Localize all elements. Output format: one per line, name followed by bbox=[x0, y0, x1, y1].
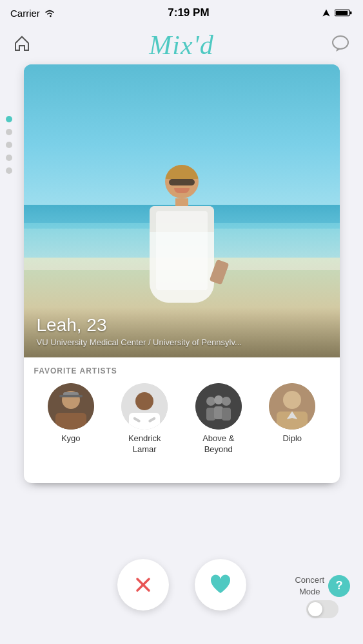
svg-point-19 bbox=[214, 395, 223, 404]
photo-info-overlay: Leah, 23 VU University Medical Center / … bbox=[24, 307, 340, 357]
person-sunglasses bbox=[169, 179, 195, 185]
artist-item-diplo[interactable]: Diplo bbox=[263, 383, 321, 444]
svg-point-21 bbox=[222, 397, 231, 406]
reject-icon bbox=[132, 574, 154, 596]
kendrick-avatar-svg bbox=[121, 383, 168, 430]
dot-4[interactable] bbox=[6, 155, 12, 161]
dress-fold bbox=[156, 211, 208, 290]
like-button[interactable] bbox=[195, 559, 246, 611]
concert-mode-header: ConcertMode ? bbox=[295, 574, 350, 598]
svg-rect-18 bbox=[206, 408, 215, 421]
diplo-avatar-svg bbox=[269, 383, 315, 430]
kygo-avatar-svg bbox=[48, 383, 94, 430]
dot-1[interactable] bbox=[6, 116, 12, 122]
artist-avatar-kygo bbox=[48, 383, 94, 430]
reject-button[interactable] bbox=[117, 559, 169, 611]
profile-card: Leah, 23 VU University Medical Center / … bbox=[24, 64, 340, 483]
status-bar-left: Carrier bbox=[10, 8, 55, 19]
person-smile bbox=[174, 188, 190, 193]
svg-rect-20 bbox=[214, 406, 223, 419]
concert-mode-label: ConcertMode bbox=[295, 574, 324, 598]
profile-subtitle: VU University Medical Center / Universit… bbox=[37, 337, 327, 347]
artist-item-above[interactable]: Above &Beyond bbox=[190, 383, 248, 455]
artist-avatar-above bbox=[195, 383, 242, 430]
person-head bbox=[165, 165, 199, 198]
svg-rect-2 bbox=[349, 12, 351, 15]
svg-rect-8 bbox=[55, 413, 86, 430]
artist-avatar-kendrick bbox=[121, 383, 168, 430]
card-stack: Leah, 23 VU University Medical Center / … bbox=[24, 64, 340, 483]
battery-icon bbox=[335, 8, 353, 17]
chat-button[interactable] bbox=[331, 33, 350, 57]
svg-point-24 bbox=[283, 391, 301, 409]
dot-3[interactable] bbox=[6, 142, 12, 148]
svg-rect-22 bbox=[222, 408, 231, 421]
svg-point-17 bbox=[206, 397, 215, 406]
heart-icon bbox=[209, 574, 232, 596]
app-title: Mix'd bbox=[149, 30, 213, 61]
person-figure bbox=[150, 165, 214, 303]
artist-item-kendrick[interactable]: KendrickLamar bbox=[115, 383, 173, 455]
status-bar-right bbox=[322, 8, 353, 17]
artist-name-kendrick: KendrickLamar bbox=[128, 433, 161, 455]
concert-mode-widget: ConcertMode ? bbox=[295, 574, 350, 618]
artist-name-kygo: Kygo bbox=[61, 433, 81, 444]
profile-photo: Leah, 23 VU University Medical Center / … bbox=[24, 64, 340, 357]
toggle-knob bbox=[308, 602, 322, 616]
svg-point-4 bbox=[333, 36, 348, 49]
dot-2[interactable] bbox=[6, 129, 12, 135]
bottom-action-area: ConcertMode ? bbox=[0, 525, 363, 644]
artist-name-above: Above &Beyond bbox=[202, 433, 234, 455]
svg-point-12 bbox=[135, 392, 153, 410]
svg-rect-10 bbox=[59, 395, 83, 397]
concert-question-button[interactable]: ? bbox=[328, 575, 350, 597]
location-icon bbox=[322, 8, 331, 17]
svg-rect-13 bbox=[129, 413, 160, 430]
status-bar-time: 7:19 PM bbox=[168, 6, 209, 19]
artist-name-diplo: Diplo bbox=[282, 433, 302, 444]
artist-avatar-diplo bbox=[269, 383, 315, 430]
svg-marker-0 bbox=[322, 9, 329, 16]
svg-rect-3 bbox=[336, 11, 348, 15]
home-button[interactable] bbox=[13, 34, 31, 57]
dot-5[interactable] bbox=[6, 167, 12, 174]
question-mark: ? bbox=[336, 579, 343, 592]
artist-item-kygo[interactable]: Kygo bbox=[42, 383, 100, 444]
profile-name: Leah, 23 bbox=[37, 315, 327, 336]
concert-mode-toggle[interactable] bbox=[306, 600, 338, 618]
app-header: Mix'd bbox=[0, 26, 363, 64]
wifi-icon bbox=[44, 8, 55, 17]
card-stack-container: Leah, 23 VU University Medical Center / … bbox=[24, 64, 340, 483]
above-avatar-svg bbox=[195, 383, 242, 430]
person-neck bbox=[175, 198, 188, 206]
person-body bbox=[150, 206, 214, 303]
carrier-label: Carrier bbox=[10, 8, 40, 19]
artists-section-label: FAVORITE ARTISTS bbox=[34, 366, 329, 375]
person-hair bbox=[165, 165, 199, 179]
artists-row: Kygo bbox=[34, 383, 329, 455]
artists-section: FAVORITE ARTISTS bbox=[24, 357, 340, 466]
status-bar: Carrier 7:19 PM bbox=[0, 0, 363, 26]
photo-dots bbox=[6, 116, 12, 174]
